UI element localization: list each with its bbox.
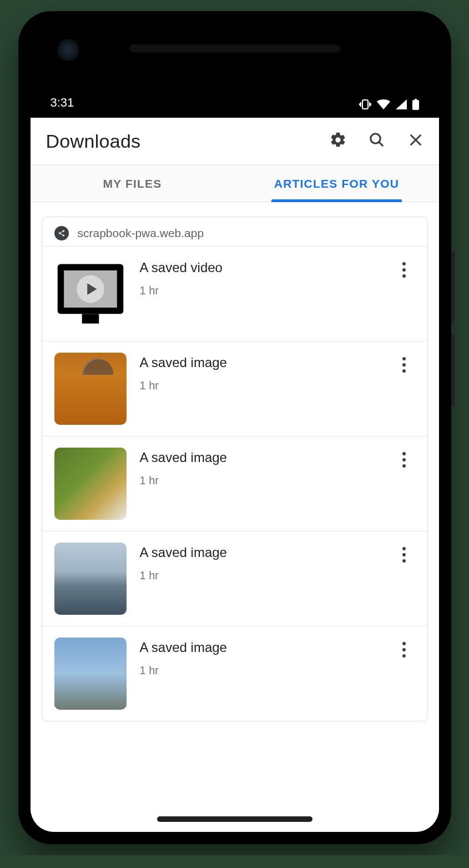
header-actions (328, 131, 429, 151)
app: Downloads (31, 118, 439, 832)
list-item[interactable]: A saved image 1 hr (42, 531, 427, 626)
wifi-icon (377, 99, 390, 109)
svg-point-6 (62, 234, 64, 237)
thumbnail-image (54, 543, 127, 615)
item-time: 1 hr (140, 474, 380, 487)
search-icon (369, 132, 385, 150)
svg-point-4 (62, 230, 64, 232)
phone-frame: 3:31 (18, 11, 451, 844)
svg-point-5 (58, 232, 60, 234)
app-header: Downloads (31, 118, 439, 165)
more-vertical-icon (402, 357, 406, 373)
card-header: scrapbook-pwa.web.app (42, 217, 427, 246)
svg-point-3 (370, 134, 380, 144)
svg-rect-9 (82, 314, 99, 323)
tab-articles-for-you[interactable]: ARTICLES FOR YOU (235, 165, 439, 202)
item-time: 1 hr (140, 569, 380, 582)
phone-camera (57, 39, 79, 61)
item-title: A saved image (140, 355, 380, 370)
power-button (451, 334, 455, 407)
phone-earpiece (129, 44, 340, 52)
item-title: A saved image (140, 450, 380, 465)
more-vertical-icon (402, 547, 406, 563)
gear-icon (329, 131, 347, 151)
share-icon (54, 226, 69, 240)
screen: 3:31 (31, 23, 439, 832)
item-time: 1 hr (140, 284, 380, 297)
tabs: MY FILES ARTICLES FOR YOU (31, 165, 439, 202)
more-button[interactable] (393, 354, 415, 376)
item-time: 1 hr (140, 664, 380, 677)
status-time: 3:31 (51, 96, 74, 110)
item-time: 1 hr (140, 379, 380, 392)
status-icons (359, 99, 419, 110)
more-button[interactable] (393, 449, 415, 471)
list-item[interactable]: A saved image 1 hr (42, 341, 427, 436)
more-button[interactable] (393, 639, 415, 661)
source-site: scrapbook-pwa.web.app (78, 227, 204, 240)
thumbnail-image (54, 353, 127, 425)
item-text: A saved image 1 hr (140, 638, 380, 677)
phone-speaker (157, 816, 312, 822)
item-text: A saved image 1 hr (140, 543, 380, 582)
more-button[interactable] (393, 259, 415, 281)
status-bar: 3:31 (31, 23, 439, 118)
battery-icon (412, 99, 419, 110)
list-item[interactable]: A saved video 1 hr (42, 246, 427, 341)
close-button[interactable] (406, 131, 426, 151)
item-text: A saved video 1 hr (140, 258, 380, 297)
svg-rect-0 (362, 100, 368, 109)
more-vertical-icon (402, 642, 406, 658)
source-card: scrapbook-pwa.web.app (42, 217, 428, 721)
item-text: A saved image 1 hr (140, 353, 380, 392)
cell-signal-icon (396, 99, 407, 109)
settings-button[interactable] (328, 131, 348, 151)
tab-label: ARTICLES FOR YOU (274, 177, 399, 190)
svg-rect-2 (415, 99, 417, 101)
item-title: A saved image (140, 545, 380, 560)
item-title: A saved video (140, 260, 380, 275)
more-vertical-icon (402, 452, 406, 468)
list-item[interactable]: A saved image 1 hr (42, 626, 427, 721)
list-item[interactable]: A saved image 1 hr (42, 436, 427, 531)
tab-my-files[interactable]: MY FILES (31, 165, 235, 202)
item-title: A saved image (140, 640, 380, 655)
item-text: A saved image 1 hr (140, 448, 380, 487)
content[interactable]: scrapbook-pwa.web.app (31, 202, 439, 832)
tab-label: MY FILES (103, 177, 162, 190)
close-icon (408, 132, 423, 150)
page-title: Downloads (46, 131, 328, 152)
more-button[interactable] (393, 544, 415, 566)
svg-rect-1 (412, 100, 419, 110)
thumbnail-image (54, 448, 127, 520)
thumbnail-image (54, 638, 127, 710)
search-button[interactable] (367, 131, 387, 151)
thumbnail-video (54, 258, 127, 330)
vibrate-icon (359, 99, 371, 109)
volume-button (451, 251, 455, 323)
more-vertical-icon (402, 262, 406, 278)
